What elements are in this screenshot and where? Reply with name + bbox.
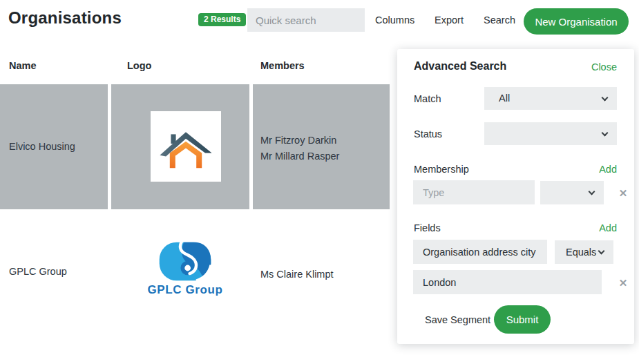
member-name: Ms Claire Klimpt xyxy=(260,267,334,282)
match-label: Match xyxy=(414,93,441,104)
chevron-down-icon xyxy=(598,248,605,255)
quick-search-input[interactable] xyxy=(247,8,365,32)
match-select[interactable]: All xyxy=(484,87,617,110)
membership-add-button[interactable]: Add xyxy=(599,164,617,175)
remove-field-filter-icon[interactable]: ✕ xyxy=(618,277,629,289)
membership-type-input[interactable] xyxy=(413,180,535,204)
membership-status-select[interactable] xyxy=(540,181,604,204)
panel-title: Advanced Search xyxy=(414,60,506,73)
status-label: Status xyxy=(414,128,442,140)
organisation-name: GPLC Group xyxy=(9,266,67,277)
field-operator-value: Equals xyxy=(566,247,596,258)
field-operator-select[interactable]: Equals xyxy=(555,240,613,264)
field-value-input[interactable] xyxy=(413,270,602,294)
organisation-logo: GPLC Group xyxy=(137,242,233,300)
logo-wordmark: GPLC Group xyxy=(148,283,223,297)
submit-button[interactable]: Submit xyxy=(494,305,551,334)
page-title: Organisations xyxy=(8,8,122,28)
member-name: Mr Fitzroy Darkin xyxy=(260,133,336,149)
field-name-input[interactable] xyxy=(413,240,547,264)
member-name: Mr Millard Rasper xyxy=(260,149,339,164)
organisations-page: Organisations 2 Results Columns Export S… xyxy=(0,0,639,364)
column-header-name: Name xyxy=(9,60,37,71)
organisation-name: Elvico Housing xyxy=(9,141,75,152)
export-button[interactable]: Export xyxy=(435,15,464,26)
advanced-search-panel: Advanced Search Close Match All Status M… xyxy=(397,49,634,344)
results-count-badge: 2 Results xyxy=(198,13,246,26)
column-header-members: Members xyxy=(260,60,305,71)
match-select-value: All xyxy=(499,93,510,104)
fields-add-button[interactable]: Add xyxy=(599,222,617,233)
close-button[interactable]: Close xyxy=(591,61,617,73)
remove-membership-filter-icon[interactable]: ✕ xyxy=(618,187,629,200)
organisation-logo xyxy=(151,111,221,182)
gplc-swirl-logo-icon xyxy=(159,242,211,281)
columns-button[interactable]: Columns xyxy=(375,15,414,26)
membership-label: Membership xyxy=(414,164,469,175)
fields-label: Fields xyxy=(414,222,441,233)
chevron-down-icon xyxy=(589,189,595,195)
chevron-down-icon xyxy=(602,130,609,137)
column-header-logo: Logo xyxy=(127,60,151,71)
new-organisation-button[interactable]: New Organisation xyxy=(524,8,629,35)
save-segment-button[interactable]: Save Segment xyxy=(425,314,490,325)
search-button[interactable]: Search xyxy=(484,15,515,26)
house-logo-icon xyxy=(158,124,213,169)
chevron-down-icon xyxy=(602,95,609,102)
status-select[interactable] xyxy=(484,122,617,145)
